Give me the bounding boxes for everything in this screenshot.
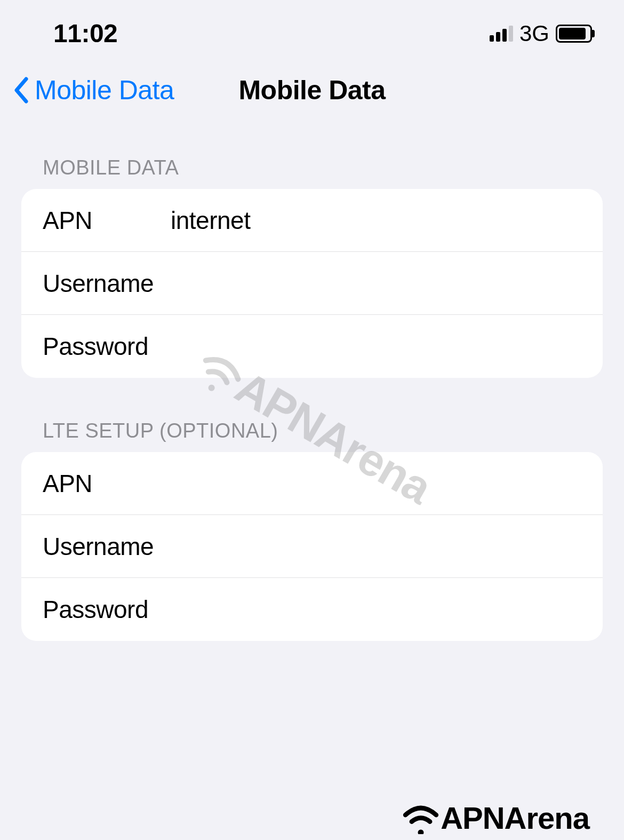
group-mobile-data: APN Username Password <box>21 189 603 378</box>
username-input[interactable] <box>171 269 581 298</box>
apn-input[interactable] <box>171 206 581 235</box>
status-bar: 11:02 3G <box>0 0 624 59</box>
section-header-mobile-data: MOBILE DATA <box>21 156 603 189</box>
row-apn[interactable]: APN <box>21 189 603 252</box>
status-right: 3G <box>490 21 592 46</box>
signal-icon <box>490 26 513 42</box>
chevron-left-icon <box>13 77 28 104</box>
footer-logo: APNArena <box>400 800 589 836</box>
row-lte-apn[interactable]: APN <box>21 452 603 515</box>
password-input[interactable] <box>171 332 581 361</box>
status-time: 11:02 <box>53 19 117 48</box>
row-username[interactable]: Username <box>21 252 603 315</box>
network-type: 3G <box>519 21 549 46</box>
lte-username-input[interactable] <box>171 532 581 561</box>
lte-password-input[interactable] <box>171 595 581 624</box>
nav-bar: Mobile Data Mobile Data <box>0 59 624 124</box>
page-title: Mobile Data <box>238 75 385 106</box>
row-label-lte-password: Password <box>43 595 171 624</box>
row-label-password: Password <box>43 332 171 361</box>
row-label-apn: APN <box>43 206 171 235</box>
section-header-lte: LTE SETUP (OPTIONAL) <box>21 419 603 452</box>
row-label-lte-apn: APN <box>43 469 171 498</box>
row-lte-username[interactable]: Username <box>21 515 603 578</box>
row-lte-password[interactable]: Password <box>21 578 603 641</box>
battery-icon <box>556 25 592 43</box>
row-label-username: Username <box>43 269 171 298</box>
content: MOBILE DATA APN Username Password LTE SE… <box>0 124 624 641</box>
back-button[interactable]: Mobile Data <box>13 75 174 106</box>
row-password[interactable]: Password <box>21 315 603 378</box>
back-label: Mobile Data <box>35 75 174 106</box>
row-label-lte-username: Username <box>43 532 171 561</box>
footer-logo-text: APNArena <box>441 800 589 836</box>
lte-apn-input[interactable] <box>171 469 581 498</box>
wifi-icon <box>400 802 442 834</box>
group-lte-setup: APN Username Password <box>21 452 603 641</box>
